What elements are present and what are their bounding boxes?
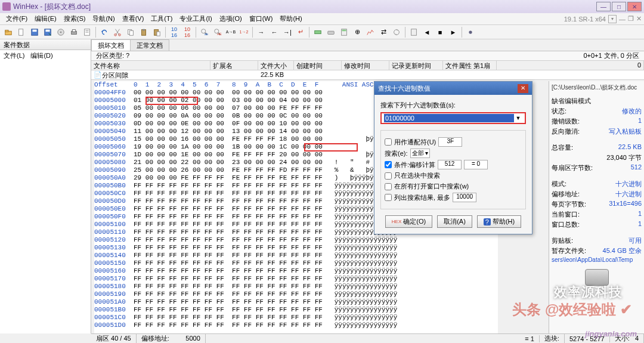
list-max-input[interactable]: 10000 (453, 193, 476, 202)
condition-checkbox[interactable] (385, 161, 392, 168)
go-offset-icon[interactable]: ↵ (295, 26, 306, 38)
clipboard-icon[interactable] (138, 26, 150, 38)
position-icon[interactable]: ⊕ (351, 26, 363, 38)
child-close[interactable]: ✕ (636, 15, 642, 23)
close-button[interactable]: ✕ (627, 2, 642, 11)
copy-icon[interactable] (125, 26, 137, 38)
svg-point-14 (114, 33, 117, 36)
state-value[interactable]: 修改的 (622, 107, 642, 116)
paste-icon[interactable] (151, 26, 163, 38)
save-as-icon[interactable] (42, 26, 54, 38)
edit-mode-label: 缺省编辑模式 (552, 97, 642, 106)
back-icon[interactable]: ← (268, 26, 280, 38)
open-file-icon[interactable] (16, 26, 27, 38)
goto-icon[interactable]: → (255, 26, 267, 38)
menu-options[interactable]: 选项(O) (216, 13, 246, 24)
svg-point-15 (119, 33, 121, 36)
svg-rect-29 (328, 31, 335, 34)
open-case-icon[interactable] (2, 26, 14, 38)
search-direction-select[interactable]: 全部 ▾ (410, 149, 431, 158)
block-mid-icon[interactable]: ■ (434, 26, 446, 38)
all-windows-checkbox[interactable] (385, 183, 392, 190)
toggle-hex-icon[interactable]: 1016 (168, 26, 180, 38)
options-icon[interactable] (465, 26, 476, 38)
version-dropdown[interactable]: ▾ (608, 15, 617, 23)
wildcard-checkbox[interactable] (385, 138, 392, 146)
properties-icon[interactable] (81, 26, 93, 38)
search-input-combo[interactable]: ▼ (380, 112, 526, 124)
maximize-button[interactable]: □ (612, 2, 626, 11)
window-title: WinHex - [损坏文档.doc] (13, 2, 596, 12)
menu-window[interactable]: 窗口(W) (246, 13, 277, 24)
print-icon[interactable] (68, 26, 80, 38)
cond-mod[interactable]: 512 (438, 160, 462, 169)
block-begin-icon[interactable]: ◄ (421, 26, 433, 38)
temp-path[interactable]: sers\leon\AppData\Local\Temp (552, 257, 642, 263)
case-panel: 案件数据 文件(L) 编辑(D) (0, 39, 91, 333)
col-utime[interactable]: 记录更新时间 (389, 61, 443, 70)
rev-undo-value[interactable]: 写入粘贴板 (609, 127, 642, 136)
block-end-icon[interactable]: ► (447, 26, 459, 38)
cond-val[interactable]: = 0 (464, 160, 488, 169)
col-attr[interactable]: 文件属性 第1扇区 (443, 61, 497, 70)
disk-icon[interactable] (55, 26, 67, 38)
find-text-icon[interactable]: ab (199, 26, 210, 38)
child-minimize[interactable]: — (619, 16, 626, 23)
forward-icon[interactable]: →| (281, 26, 293, 38)
replace-text-icon[interactable]: A→B (225, 26, 237, 38)
sync-icon[interactable] (391, 26, 402, 38)
toolbar: 1016 1016 ab HEX A→B 1→2 → ← →| ↵ ⊕ ⇄ ◄ … (0, 25, 644, 39)
disk2-icon[interactable] (325, 26, 337, 38)
cancel-button[interactable]: 取消(A) (437, 215, 472, 228)
cut-icon[interactable] (112, 26, 123, 38)
help-button[interactable]: ?帮助(H) (477, 215, 521, 228)
find-hex-dialog: 查找十六进制数值 ✕ 搜索下列十六进制数值(s): ▼ 用作通配符(U) 3F … (374, 81, 532, 234)
dialog-titlebar[interactable]: 查找十六进制数值 ✕ (374, 82, 532, 95)
ram-icon[interactable] (312, 26, 324, 38)
list-results-checkbox[interactable] (385, 194, 392, 201)
selection-only-checkbox[interactable] (385, 172, 392, 180)
svg-rect-1 (5, 30, 8, 32)
wildcard-value[interactable]: 3F (438, 137, 462, 147)
status-value: = 1 (520, 335, 540, 342)
search-hex-input[interactable] (384, 114, 514, 122)
dialog-close-button[interactable]: ✕ (518, 84, 528, 93)
menu-edit[interactable]: 编辑(E) (31, 13, 60, 24)
undo-icon[interactable] (98, 26, 110, 38)
menu-search[interactable]: 搜索(S) (60, 13, 89, 24)
find-hex-icon[interactable]: HEX (212, 26, 224, 38)
menu-tools[interactable]: 工具(T) (147, 13, 176, 24)
child-restore[interactable]: ❐ (628, 15, 634, 23)
clipboard-value[interactable]: 可用 (628, 236, 642, 245)
compare-icon[interactable]: ⇄ (377, 26, 389, 38)
toggle-offset-icon[interactable]: 1016 (181, 26, 193, 38)
combo-dropdown-icon[interactable]: ▼ (514, 115, 522, 121)
menu-pro[interactable]: 专业工具(I) (176, 13, 215, 24)
col-mtime[interactable]: 修改时间 (342, 61, 389, 70)
menu-nav[interactable]: 导航(N) (89, 13, 118, 24)
col-ext[interactable]: 扩展名 (210, 61, 258, 70)
mode-value[interactable]: 十六进制 (615, 180, 642, 189)
menu-help[interactable]: 帮助(H) (276, 13, 305, 24)
case-edit-menu[interactable]: 编辑(D) (30, 51, 52, 60)
svg-point-34 (469, 30, 472, 33)
col-filename[interactable]: 文件名称 (91, 61, 210, 70)
calculator-icon[interactable] (338, 26, 350, 38)
ok-button[interactable]: HEX确定(O) (385, 215, 432, 228)
analyze-icon[interactable] (364, 26, 376, 38)
save-icon[interactable] (29, 26, 41, 38)
case-file-menu[interactable]: 文件(L) (4, 51, 24, 60)
titlebar: WinHex - [损坏文档.doc] — □ ✕ (0, 0, 644, 13)
file-row[interactable]: 📄 分区间隙 22.5 KB (91, 70, 644, 80)
tab-normal-doc[interactable]: 正常文档 (130, 39, 169, 51)
calc2-icon[interactable] (408, 26, 420, 38)
col-ctime[interactable]: 创建时间 (294, 61, 342, 70)
menu-view[interactable]: 查看(V) (119, 13, 148, 24)
minimize-button[interactable]: — (596, 2, 611, 11)
offset-mode-value[interactable]: 十六进制 (615, 190, 642, 199)
tab-damaged-doc[interactable]: 损坏文档 (91, 39, 131, 51)
replace-hex-icon[interactable]: 1→2 (238, 26, 250, 38)
col-size[interactable]: 文件大小 (258, 61, 294, 70)
app-icon (2, 2, 11, 11)
menu-file[interactable]: 文件(F) (2, 13, 31, 24)
